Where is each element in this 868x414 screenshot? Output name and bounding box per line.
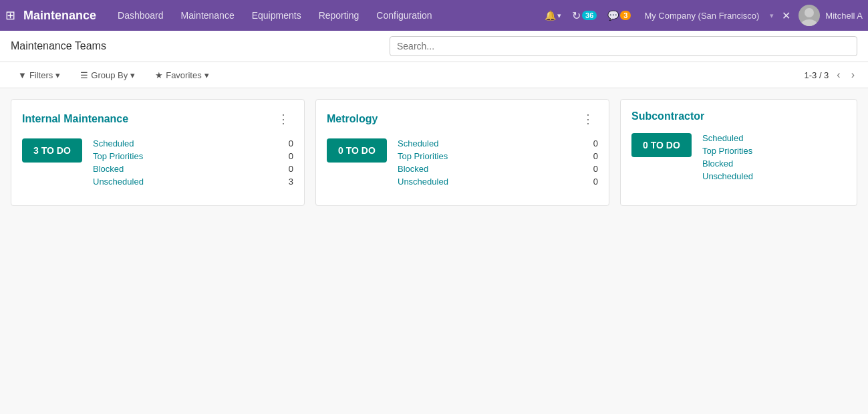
svg-point-0 — [805, 8, 814, 17]
nav-reporting[interactable]: Reporting — [311, 6, 368, 25]
stat-label-scheduled-m[interactable]: Scheduled — [398, 138, 438, 148]
filter-icon: ▼ — [18, 70, 27, 80]
stat-value-scheduled-m: 0 — [585, 138, 598, 148]
stat-value-unscheduled-m: 0 — [585, 177, 598, 187]
card-menu-button-metrology[interactable]: ⋮ — [578, 110, 598, 128]
stat-label-unscheduled[interactable]: Unscheduled — [93, 177, 144, 187]
todo-button-internal[interactable]: 3 TO DO — [22, 138, 82, 163]
refresh-badge: 36 — [582, 11, 597, 20]
stat-label-unscheduled-s[interactable]: Unscheduled — [702, 171, 753, 181]
todo-button-metrology[interactable]: 0 TO DO — [327, 138, 387, 163]
nav-menu: Dashboard Maintenance Equipments Reporti… — [110, 6, 539, 25]
card-title-metrology: Metrology — [327, 113, 378, 125]
nav-dashboard[interactable]: Dashboard — [110, 6, 172, 25]
stat-row: Top Priorities — [702, 146, 846, 156]
stat-row: Scheduled — [702, 133, 846, 143]
bell-button[interactable]: 🔔 ▾ — [542, 7, 564, 23]
stat-row: Top Priorities 0 — [398, 151, 598, 161]
stat-row: Top Priorities 0 — [93, 151, 293, 161]
nav-right-actions: 🔔 ▾ ↻36 💬 3 My Company (San Francisco) ▾… — [542, 5, 863, 26]
card-header-subcontractor: Subcontractor — [631, 110, 846, 122]
filters-button[interactable]: ▼ Filters ▾ — [11, 67, 67, 84]
stat-value-scheduled: 0 — [280, 138, 293, 148]
stat-label-top-priorities[interactable]: Top Priorities — [93, 151, 143, 161]
stat-label-blocked[interactable]: Blocked — [93, 164, 124, 174]
chat-badge: 3 — [620, 11, 631, 20]
toolbar-filters: ▼ Filters ▾ ☰ Group By ▾ ★ Favorites ▾ — [11, 67, 216, 84]
stat-label-blocked-s[interactable]: Blocked — [702, 159, 733, 169]
avatar[interactable] — [799, 5, 820, 26]
stat-label-top-priorities-m[interactable]: Top Priorities — [398, 151, 448, 161]
stat-row: Scheduled 0 — [93, 138, 293, 148]
main-content: Internal Maintenance ⋮ 3 TO DO Scheduled… — [0, 88, 868, 217]
stat-label-blocked-m[interactable]: Blocked — [398, 164, 428, 174]
card-stats-internal: Scheduled 0 Top Priorities 0 Blocked 0 U… — [93, 138, 293, 187]
group-by-button[interactable]: ☰ Group By ▾ — [73, 67, 142, 84]
card-title-subcontractor: Subcontractor — [631, 110, 704, 122]
favorites-chevron-icon: ▾ — [204, 70, 209, 80]
card-body-metrology: 0 TO DO Scheduled 0 Top Priorities 0 Blo… — [327, 138, 598, 187]
stat-row: Blocked — [702, 159, 846, 169]
stat-value-unscheduled: 3 — [280, 177, 293, 187]
stat-label-scheduled-s[interactable]: Scheduled — [702, 133, 743, 143]
card-title-internal: Internal Maintenance — [22, 113, 128, 125]
team-card-metrology: Metrology ⋮ 0 TO DO Scheduled 0 Top Prio… — [315, 99, 609, 206]
card-body-subcontractor: 0 TO DO Scheduled Top Priorities Blocked… — [631, 133, 846, 181]
top-navigation: ⊞ Maintenance Dashboard Maintenance Equi… — [0, 0, 868, 31]
group-by-chevron-icon: ▾ — [130, 70, 135, 80]
team-card-subcontractor: Subcontractor 0 TO DO Scheduled Top Prio… — [620, 99, 857, 206]
search-input[interactable] — [390, 36, 857, 56]
card-stats-subcontractor: Scheduled Top Priorities Blocked Unsched… — [702, 133, 846, 181]
stat-row: Blocked 0 — [398, 164, 598, 174]
favorites-button[interactable]: ★ Favorites ▾ — [148, 67, 216, 84]
user-name[interactable]: Mitchell A — [825, 11, 863, 21]
group-by-icon: ☰ — [80, 70, 88, 80]
close-button[interactable]: ✕ — [779, 7, 793, 25]
stat-row: Unscheduled 3 — [93, 177, 293, 187]
toolbar: ▼ Filters ▾ ☰ Group By ▾ ★ Favorites ▾ 1… — [0, 62, 868, 88]
nav-equipments[interactable]: Equipments — [244, 6, 309, 25]
card-header-internal: Internal Maintenance ⋮ — [22, 110, 293, 128]
svg-point-1 — [801, 19, 817, 26]
nav-maintenance[interactable]: Maintenance — [173, 6, 243, 25]
stat-value-top-priorities-m: 0 — [585, 151, 598, 161]
refresh-button[interactable]: ↻36 — [569, 7, 599, 25]
apps-grid-icon[interactable]: ⊞ — [5, 8, 15, 23]
pagination-next-arrow[interactable]: › — [849, 66, 857, 84]
todo-button-subcontractor[interactable]: 0 TO DO — [631, 133, 692, 157]
stat-label-unscheduled-m[interactable]: Unscheduled — [398, 177, 448, 187]
card-body-internal: 3 TO DO Scheduled 0 Top Priorities 0 Blo… — [22, 138, 293, 187]
page-title: Maintenance Teams — [11, 40, 106, 52]
toolbar-pagination: 1-3 / 3 ‹ › — [804, 66, 857, 84]
company-selector[interactable]: My Company (San Francisco) — [639, 8, 764, 23]
card-header-metrology: Metrology ⋮ — [327, 110, 598, 128]
team-card-internal: Internal Maintenance ⋮ 3 TO DO Scheduled… — [11, 99, 305, 206]
stat-value-blocked-m: 0 — [585, 164, 598, 174]
stat-label-top-priorities-s[interactable]: Top Priorities — [702, 146, 752, 156]
card-stats-metrology: Scheduled 0 Top Priorities 0 Blocked 0 U… — [398, 138, 598, 187]
stat-label-scheduled[interactable]: Scheduled — [93, 138, 134, 148]
app-brand: Maintenance — [23, 9, 96, 23]
stat-row: Scheduled 0 — [398, 138, 598, 148]
chat-button[interactable]: 💬 3 — [605, 7, 633, 23]
stat-value-top-priorities: 0 — [280, 151, 293, 161]
pagination-info: 1-3 / 3 — [804, 70, 829, 80]
stat-row: Unscheduled 0 — [398, 177, 598, 187]
filters-chevron-icon: ▾ — [55, 70, 60, 80]
pagination-prev-arrow[interactable]: ‹ — [834, 66, 843, 84]
stat-row: Unscheduled — [702, 171, 846, 181]
stat-value-blocked: 0 — [280, 164, 293, 174]
card-menu-button-internal[interactable]: ⋮ — [273, 110, 293, 128]
star-icon: ★ — [155, 70, 163, 80]
nav-configuration[interactable]: Configuration — [368, 6, 440, 25]
sub-header: Maintenance Teams — [0, 31, 868, 62]
stat-row: Blocked 0 — [93, 164, 293, 174]
